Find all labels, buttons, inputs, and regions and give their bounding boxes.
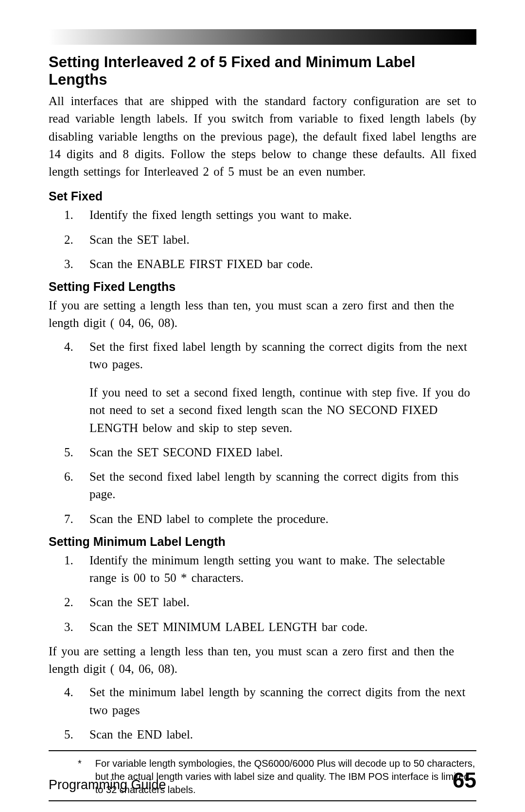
- list-item-extra: If you need to set a second fixed length…: [89, 384, 476, 437]
- min-length-mid: If you are setting a length less than te…: [49, 643, 476, 678]
- set-fixed-list: Identify the fixed length settings you w…: [49, 206, 476, 273]
- list-item: Set the first fixed label length by scan…: [78, 338, 476, 437]
- list-item-text: Scan the END label to complete the proce…: [89, 512, 329, 525]
- document-page: Setting Interleaved 2 of 5 Fixed and Min…: [0, 0, 525, 812]
- list-item: Scan the END label.: [78, 726, 476, 743]
- list-item-text: Set the second fixed label length by sca…: [89, 470, 458, 501]
- page-footer: Programming Guide 65: [49, 768, 476, 793]
- list-item-text: Set the first fixed label length by scan…: [89, 340, 467, 371]
- list-item-text: Scan the END label.: [89, 728, 193, 741]
- section-fixed-lengths-title: Setting Fixed Lengths: [49, 280, 476, 294]
- footer-guide-title: Programming Guide: [49, 777, 166, 793]
- list-item-text: Identify the fixed length settings you w…: [89, 208, 352, 221]
- footer-page-number: 65: [453, 768, 476, 793]
- page-heading: Setting Interleaved 2 of 5 Fixed and Min…: [49, 54, 476, 89]
- min-length-list-b: Set the minimum label length by scanning…: [49, 684, 476, 743]
- footnote-rule-bottom: [49, 800, 476, 801]
- list-item: Scan the SET SECOND FIXED label.: [78, 444, 476, 461]
- list-item-text: Scan the SET label.: [89, 233, 190, 246]
- fixed-lengths-list: Set the first fixed label length by scan…: [49, 338, 476, 528]
- list-item-text: Set the minimum label length by scanning…: [89, 686, 465, 716]
- list-item: Set the minimum label length by scanning…: [78, 684, 476, 719]
- list-item-text: Scan the SET SECOND FIXED label.: [89, 446, 283, 459]
- header-gradient-bar: [49, 29, 476, 45]
- list-item-text: Scan the SET MINIMUM LABEL LENGTH bar co…: [89, 620, 368, 633]
- list-item: Scan the SET label.: [78, 231, 476, 249]
- footnote-rule-top: [49, 750, 476, 751]
- list-item: Scan the END label to complete the proce…: [78, 510, 476, 528]
- section-set-fixed-title: Set Fixed: [49, 189, 476, 203]
- min-length-list-a: Identify the minimum length setting you …: [49, 552, 476, 636]
- list-item: Identify the minimum length setting you …: [78, 552, 476, 587]
- intro-paragraph: All interfaces that are shipped with the…: [49, 92, 476, 180]
- list-item-text: Scan the ENABLE FIRST FIXED bar code.: [89, 257, 313, 271]
- list-item: Identify the fixed length settings you w…: [78, 206, 476, 224]
- list-item: Scan the ENABLE FIRST FIXED bar code.: [78, 255, 476, 273]
- list-item: Scan the SET MINIMUM LABEL LENGTH bar co…: [78, 618, 476, 636]
- list-item: Set the second fixed label length by sca…: [78, 468, 476, 504]
- fixed-lengths-lead: If you are setting a length less than te…: [49, 297, 476, 332]
- section-min-length-title: Setting Minimum Label Length: [49, 535, 476, 549]
- list-item-text: Identify the minimum length setting you …: [89, 554, 445, 584]
- list-item-text: Scan the SET label.: [89, 595, 190, 609]
- list-item: Scan the SET label.: [78, 594, 476, 611]
